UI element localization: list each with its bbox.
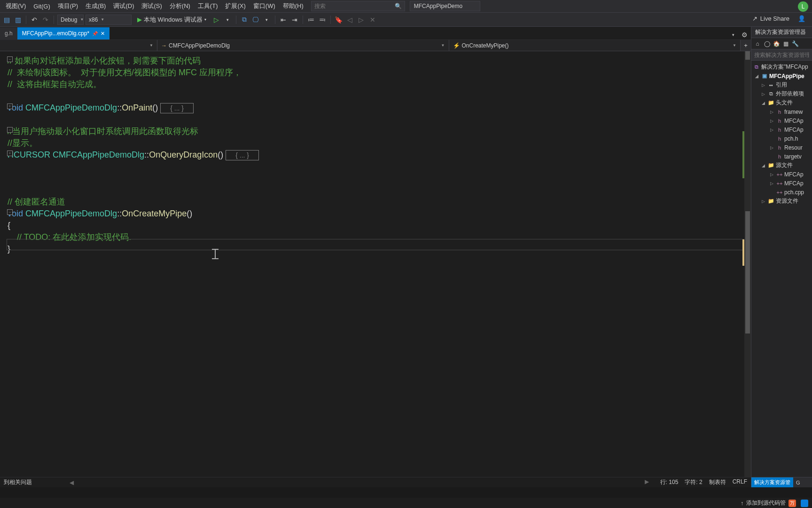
search-icon[interactable]: 🔍 <box>395 3 402 9</box>
expand-icon[interactable]: ▷ <box>770 172 775 177</box>
save-icon[interactable]: ▤ <box>2 15 11 24</box>
expand-icon[interactable]: ▷ <box>762 83 766 87</box>
solution-explorer-tab[interactable]: 解决方案资源管 <box>751 477 793 487</box>
tree-solution-root[interactable]: ⧉ 解决方案"MFCApp <box>751 63 812 71</box>
expand-icon[interactable]: ▷ <box>762 92 766 96</box>
comment-icon[interactable]: ≔ <box>306 15 316 24</box>
tree-file[interactable]: hpch.h <box>751 134 812 143</box>
bookmark-icon[interactable]: 🔖 <box>334 15 344 24</box>
expand-icon[interactable]: ▷ <box>770 127 775 132</box>
search-input[interactable] <box>314 3 390 9</box>
menu-test[interactable]: 测试(S) <box>138 0 165 12</box>
menu-window[interactable]: 窗口(W) <box>250 0 279 12</box>
scroll-thumb[interactable] <box>745 211 750 333</box>
fold-collapse-icon[interactable]: − <box>7 209 13 215</box>
scroll-right-icon[interactable]: ▶ <box>645 478 649 486</box>
issues-label[interactable]: 到相关问题 <box>4 478 32 486</box>
indent-label[interactable]: 制表符 <box>709 478 726 486</box>
scroll-arrow-up[interactable] <box>745 51 750 60</box>
git-changes-tab[interactable]: G <box>793 480 803 485</box>
solution-search[interactable] <box>751 49 812 61</box>
source-control-status[interactable]: ↑ 添加到源代码管 万 <box>741 499 808 507</box>
menu-analyze[interactable]: 分析(N) <box>166 0 194 12</box>
config-combo[interactable]: Debug ▼ <box>57 15 84 25</box>
undo-icon[interactable]: ↶ <box>30 15 39 24</box>
sync-icon[interactable]: 🏠 <box>772 40 781 48</box>
user-avatar[interactable]: L <box>798 1 808 12</box>
save-all-icon[interactable]: ▥ <box>13 15 23 24</box>
tree-file[interactable]: ▷hMFCAp <box>751 125 812 134</box>
app-icon-2[interactable] <box>801 500 808 507</box>
folded-region[interactable]: { ... } <box>160 103 194 113</box>
tree-references[interactable]: ▷ ▪▪ 引用 <box>751 80 812 89</box>
expand-icon[interactable]: ▷ <box>770 110 775 114</box>
fold-collapse-icon[interactable]: − <box>7 56 13 62</box>
fold-expand-icon[interactable]: + <box>7 151 13 156</box>
tree-file[interactable]: ▷hframew <box>751 107 812 116</box>
outdent-icon[interactable]: ⇥ <box>290 15 299 24</box>
indent-icon[interactable]: ⇤ <box>279 15 288 24</box>
properties-icon[interactable]: 🔧 <box>791 40 799 48</box>
tree-file[interactable]: ▷hMFCAp <box>751 116 812 125</box>
expand-icon[interactable]: ▷ <box>770 119 775 123</box>
menu-view[interactable]: 视图(V) <box>2 0 30 12</box>
menu-git[interactable]: Git(G) <box>30 1 54 12</box>
editor-scrollbar[interactable] <box>744 51 751 477</box>
bookmark-clear-icon[interactable]: ✕ <box>368 15 377 24</box>
tab-active[interactable]: MFCAppPip...emoDlg.cpp* 📌 ✕ <box>17 27 109 40</box>
close-icon[interactable]: ✕ <box>101 31 105 37</box>
folded-region[interactable]: { ... } <box>226 150 259 160</box>
menu-help[interactable]: 帮助(H) <box>279 0 307 12</box>
tab-dropdown-icon[interactable]: ▾ <box>728 30 738 40</box>
line-number-label[interactable]: 行: 105 <box>660 478 679 486</box>
new-window-icon[interactable]: ⧉ <box>240 15 249 24</box>
project-selector[interactable]: MFCAppPipeDemo <box>410 1 480 11</box>
tab-inactive[interactable]: g.h <box>0 27 17 40</box>
nav-scope[interactable]: ▼ <box>0 40 157 51</box>
screen-icon[interactable]: 🖵 <box>251 15 260 24</box>
search-box[interactable]: 🔍 <box>311 1 405 11</box>
live-share-button[interactable]: ↗ Live Share 👤 <box>752 15 805 22</box>
back-icon[interactable]: ◯ <box>763 40 771 48</box>
debug-target-dropdown-icon[interactable]: ▾ <box>223 15 233 24</box>
start-debug-button[interactable]: ▶ 本地 Windows 调试器 ▾ <box>133 15 210 25</box>
collapse-icon[interactable]: ◢ <box>762 101 766 105</box>
code-editor[interactable]: − // 如果向对话框添加最小化按钮，则需要下面的代码 // 来绘制该图标。 对… <box>0 51 751 477</box>
uncomment-icon[interactable]: ≕ <box>318 15 327 24</box>
expand-icon[interactable]: ▷ <box>770 145 775 150</box>
tree-headers-folder[interactable]: ◢ 📁 头文件 <box>751 98 812 107</box>
menu-project[interactable]: 项目(P) <box>54 0 82 12</box>
split-editor-button[interactable]: + <box>741 40 751 51</box>
expand-icon[interactable]: ▷ <box>770 181 775 186</box>
scroll-left-icon[interactable]: ◀ <box>70 479 74 486</box>
solution-search-input[interactable] <box>751 49 812 60</box>
nav-class[interactable]: → CMFCAppPipeDemoDlg ▼ <box>157 40 449 51</box>
menu-build[interactable]: 生成(B) <box>82 0 109 12</box>
tree-resources-folder[interactable]: ▷ 📁 资源文件 <box>751 197 812 206</box>
char-count-label[interactable]: 字符: 2 <box>685 478 702 486</box>
collapse-icon[interactable]: ◢ <box>762 163 766 168</box>
tree-file[interactable]: ++pch.cpp <box>751 188 812 197</box>
tree-sources-folder[interactable]: ◢ 📁 源文件 <box>751 161 812 170</box>
play-no-debug-icon[interactable]: ▷ <box>212 15 221 24</box>
expand-icon[interactable]: ▷ <box>762 199 766 204</box>
line-ending-label[interactable]: CRLF <box>733 478 747 486</box>
collapse-icon[interactable]: ◢ <box>755 74 760 79</box>
dropdown-icon[interactable]: ▾ <box>262 15 272 24</box>
bookmark-next-icon[interactable]: ▷ <box>357 15 366 24</box>
tree-file[interactable]: htargetv <box>751 152 812 161</box>
bookmark-prev-icon[interactable]: ◁ <box>345 15 355 24</box>
tree-file[interactable]: ▷++MFCAp <box>751 170 812 179</box>
home-icon[interactable]: ⌂ <box>753 40 762 48</box>
tree-file[interactable]: ▷++MFCAp <box>751 179 812 188</box>
tree-project[interactable]: ◢ ▣ MFCAppPipe <box>751 71 812 80</box>
fold-expand-icon[interactable]: + <box>7 103 13 109</box>
nav-member[interactable]: ⚡ OnCreateMyPipe() ▼ <box>449 40 741 51</box>
settings-icon[interactable]: ⚙ <box>740 30 749 40</box>
platform-combo[interactable]: x86 ▼ <box>86 15 132 25</box>
tree-file[interactable]: ▷hResour <box>751 143 812 152</box>
menu-tools[interactable]: 工具(T) <box>194 0 222 12</box>
redo-icon[interactable]: ↷ <box>41 15 50 24</box>
menu-extensions[interactable]: 扩展(X) <box>221 0 249 12</box>
menu-debug[interactable]: 调试(D) <box>109 0 138 12</box>
